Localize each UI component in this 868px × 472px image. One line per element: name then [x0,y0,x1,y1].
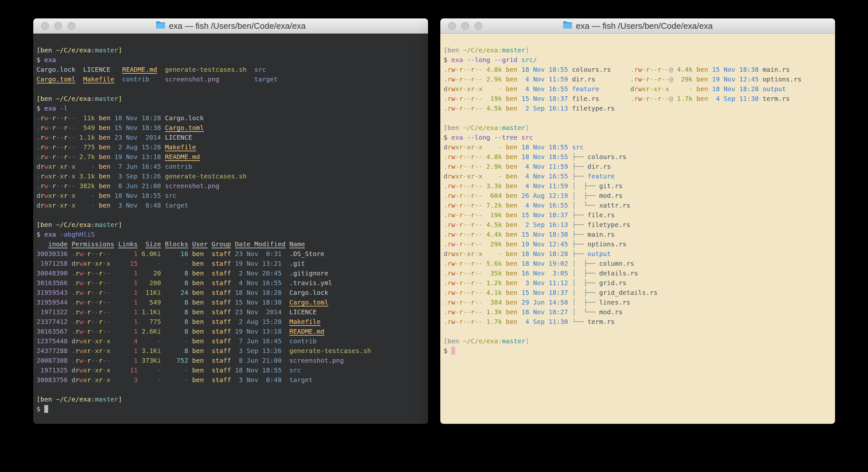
terminal-line: .rw-r--r-- 1.1k ben 23 Nov 2014 LICENCE [36,132,426,142]
window-title-group: exa — fish /Users/ben/Code/exa/exa [563,21,713,31]
terminal-line: .rw-r--r-- 4.1k ben 15 Nov 18:37 │ ├── g… [443,288,833,297]
folder-icon [156,21,165,31]
terminal-content[interactable]: [ben ~/C/e/exa:master]$ exa --long --gri… [440,34,835,424]
terminal-line: [ben ~/C/e/exa:master] [443,123,833,132]
terminal-line: 24377288 .rwxr-xr-x 1 3.1Ki 8 ben staff … [36,346,426,356]
folder-icon [563,21,572,31]
terminal-line: .rw-r--r-- 384 ben 29 Jun 14:50 │ ├── li… [443,297,833,307]
terminal-line [36,84,426,94]
zoom-button[interactable] [67,22,75,30]
terminal-line: 20087308 .rw-r--r-- 1 373Ki 752 ben staf… [36,356,426,365]
terminal-line: drwxr-xr-x - ben 7 Jun 16:45 contrib [36,161,426,171]
terminal-line: [ben ~/C/e/exa:master] [36,45,426,55]
terminal-line: .rw-r--r-- 4.8k ben 18 Nov 18:55 ├── col… [443,152,833,161]
terminal-line: 23377412 .rw-r--r-- 1 775 8 ben staff 2 … [36,317,426,326]
terminal-line: .rw-r--r-- 775 ben 2 Aug 15:28 Makefile [36,142,426,152]
terminal-line: .rw-r--r-- 382k ben 8 Jun 21:00 screensh… [36,181,426,191]
titlebar[interactable]: exa — fish /Users/ben/Code/exa/exa [440,19,835,34]
terminal-line: 1971322 .rw-r--r-- 1 1.1Ki 8 ben staff 2… [36,307,426,317]
terminal-line: .rw-r--r-- 11k ben 18 Nov 18:28 Cargo.lo… [36,113,426,123]
terminal-window-dark: exa — fish /Users/ben/Code/exa/exa [ben … [33,19,428,424]
terminal-line: .rw-r--r-- 3.3k ben 4 Nov 11:59 │ ├── gi… [443,181,833,191]
desktop: { "palette": { "dark": { "bg":"#2d2f31",… [0,0,868,472]
terminal-line [443,326,833,336]
terminal-line: 1971258 drwxr-xr-x 15 - - ben staff 19 N… [36,259,426,268]
terminal-line: .rw-r--r-- 1.2k ben 3 Nov 11:12 │ ├── gr… [443,278,833,288]
terminal-line: drwxr-xr-x - ben 18 Nov 18:55 src [443,142,833,152]
titlebar[interactable]: exa — fish /Users/ben/Code/exa/exa [33,19,428,34]
terminal-line: .rw-r--r-- 1.3k ben 18 Nov 18:27 │ └── m… [443,307,833,317]
terminal-line: drwxr-xr-x - ben 4 Nov 16:55 feature drw… [443,84,833,94]
terminal-line: 30048390 .rw-r--r-- 1 20 8 ben staff 2 N… [36,268,426,278]
terminal-line: .rw-r--r-- 19k ben 15 Nov 18:37 file.rs … [443,94,833,104]
terminal-line: 31959543 .rw-r--r-- 1 11Ki 24 ben staff … [36,288,426,297]
window-title-group: exa — fish /Users/ben/Code/exa/exa [156,21,306,31]
terminal-line: drwxr-xr-x - ben 3 Nov 0:48 target [36,201,426,210]
terminal-line: drwxr-xr-x - ben 4 Nov 16:55 ├── feature [443,171,833,181]
terminal-line: .rw-r--r-- 35k ben 16 Nov 3:05 │ ├── det… [443,268,833,278]
terminal-line: .rw-r--r-- 4.5k ben 2 Sep 16:13 filetype… [443,104,833,113]
minimize-button[interactable] [54,22,62,30]
terminal-line: $ exa -l [36,104,426,113]
terminal-line: .rw-r--r-- 4.4k ben 15 Nov 18:38 ├── mai… [443,230,833,239]
terminal-line: $ exa --long --tree src [443,132,833,142]
terminal-line: .rw-r--r-- 604 ben 26 Aug 12:19 │ ├── mo… [443,191,833,201]
terminal-line: Cargo.toml Makefile contrib screenshot.p… [36,75,426,84]
terminal-content[interactable]: [ben ~/C/e/exa:master]$ exaCargo.lock LI… [33,34,428,424]
terminal-line: $ [443,346,833,356]
terminal-line: .rw-r--r-- 2.7k ben 19 Nov 13:18 README.… [36,152,426,161]
terminal-line: .rw-r--r-- 549 ben 15 Nov 18:38 Cargo.to… [36,123,426,132]
terminal-line: [ben ~/C/e/exa:master] [443,336,833,346]
terminal-line: [ben ~/C/e/exa:master] [36,394,426,404]
terminal-line: .rw-r--r-- 4.5k ben 2 Sep 16:13 ├── file… [443,220,833,230]
terminal-line: drwxr-xr-x - ben 18 Nov 18:55 src [36,191,426,201]
close-button[interactable] [448,22,456,30]
terminal-window-light: exa — fish /Users/ben/Code/exa/exa [ben … [440,19,835,424]
terminal-line: 30083756 drwxr-xr-x 3 - - ben staff 3 No… [36,375,426,385]
terminal-line: [ben ~/C/e/exa:master] [443,45,833,55]
traffic-lights [41,19,75,33]
terminal-line: $ exa --long --grid src/ [443,55,833,65]
text-cursor [44,405,48,413]
terminal-line [443,113,833,123]
terminal-line: .rw-r--r-- 2.9k ben 4 Nov 11:59 ├── dir.… [443,161,833,171]
terminal-line: .rw-r--r-- 5.6k ben 18 Nov 19:02 │ ├── c… [443,259,833,268]
terminal-line: $ [36,404,426,414]
terminal-line: inode Permissions Links Size Blocks User… [36,239,426,249]
zoom-button[interactable] [474,22,482,30]
terminal-line: 12375448 drwxr-xr-x 4 - - ben staff 7 Ju… [36,336,426,346]
minimize-button[interactable] [461,22,469,30]
window-title: exa — fish /Users/ben/Code/exa/exa [169,21,306,31]
terminal-line [36,385,426,394]
terminal-line: [ben ~/C/e/exa:master] [36,94,426,104]
terminal-line: $ exa -abghHliS [36,230,426,239]
terminal-line: 1971325 drwxr-xr-x 11 - - ben staff 18 N… [36,365,426,375]
window-title: exa — fish /Users/ben/Code/exa/exa [576,21,713,31]
terminal-line: .rw-r--r-- 1.7k ben 4 Sep 11:30 └── term… [443,317,833,326]
terminal-line: [ben ~/C/e/exa:master] [36,220,426,230]
terminal-line: .rw-r--r-- 19k ben 15 Nov 18:37 ├── file… [443,210,833,220]
terminal-line: 30163566 .rw-r--r-- 1 200 8 ben staff 4 … [36,278,426,288]
terminal-line: 30030336 .rw-r--r-- 1 6.0Ki 16 ben staff… [36,249,426,259]
terminal-line: .rwxr-xr-x 3.1k ben 3 Sep 13:26 generate… [36,171,426,181]
text-cursor [451,347,455,355]
terminal-line: .rw-r--r-- 2.9k ben 4 Nov 11:59 dir.rs .… [443,75,833,84]
close-button[interactable] [41,22,49,30]
terminal-line: .rw-r--r-- 29k ben 19 Nov 12:45 ├── opti… [443,239,833,249]
terminal-line [36,210,426,220]
traffic-lights [448,19,482,33]
terminal-line: 30163567 .rw-r--r-- 1 2.6Ki 8 ben staff … [36,326,426,336]
terminal-line: 31959544 .rw-r--r-- 1 549 8 ben staff 15… [36,297,426,307]
terminal-line: .rw-r--r-- 7.2k ben 4 Nov 16:55 │ └── xa… [443,201,833,210]
terminal-line: .rw-r--r-- 4.8k ben 18 Nov 18:55 colours… [443,65,833,75]
terminal-line: Cargo.lock LICENCE README.md generate-te… [36,65,426,75]
terminal-line: drwxr-xr-x - ben 18 Nov 18:28 ├── output [443,249,833,259]
terminal-line: $ exa [36,55,426,65]
